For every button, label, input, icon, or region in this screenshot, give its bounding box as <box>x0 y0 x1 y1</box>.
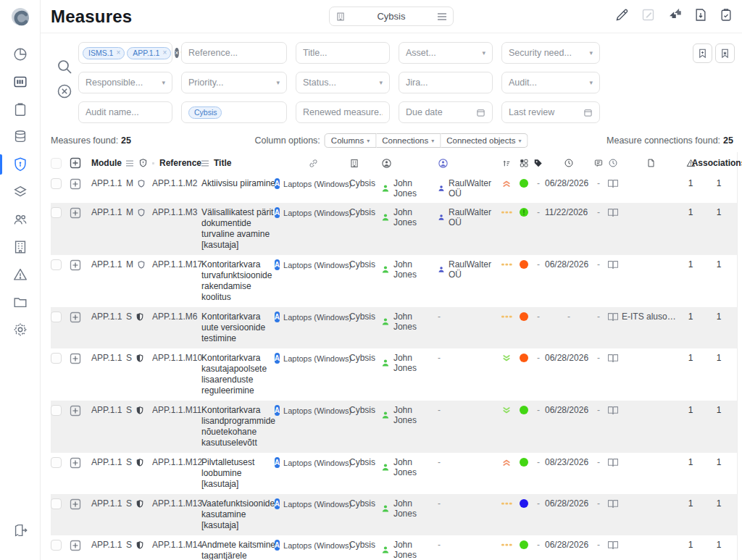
asset-cell[interactable]: ALaptops (Windows) <box>277 457 349 468</box>
clear-filters-icon[interactable] <box>56 83 73 100</box>
review-book-icon[interactable] <box>604 259 622 269</box>
status-indicator[interactable] <box>516 353 532 363</box>
renewed-measure-input[interactable] <box>303 107 383 117</box>
reference-input[interactable] <box>188 48 280 58</box>
reference-filter[interactable] <box>181 42 287 64</box>
header-title[interactable]: Title <box>201 158 277 168</box>
organization-selector[interactable]: Cybsis <box>329 7 454 26</box>
title-cell[interactable]: Andmete kaitsmine tagantjärele muutmise … <box>201 540 277 560</box>
renewed-measure-filter[interactable] <box>296 101 390 123</box>
header-associations[interactable]: Associations <box>701 158 736 168</box>
row-checkbox[interactable] <box>51 178 70 189</box>
expand-row-button[interactable] <box>70 207 91 219</box>
export-document-icon[interactable] <box>693 7 708 22</box>
title-cell[interactable]: Kontoritarkvara uute versioonide testimi… <box>201 312 277 344</box>
row-checkbox[interactable] <box>51 207 70 218</box>
priority-filter[interactable]: Priority...▾ <box>181 72 287 93</box>
title-filter[interactable] <box>296 42 390 64</box>
title-cell[interactable]: Kontoritarkvara lisandprogrammide nõuete… <box>201 405 277 448</box>
expand-row-button[interactable] <box>70 312 91 323</box>
audit-name-filter[interactable] <box>78 101 172 123</box>
header-level[interactable] <box>126 158 152 168</box>
security-need-filter[interactable]: Security need...▾ <box>501 42 600 64</box>
review-book-icon[interactable] <box>604 312 622 322</box>
select-all-checkbox[interactable] <box>51 158 70 169</box>
responsible-filter[interactable]: Responsible...▾ <box>78 72 172 93</box>
review-book-icon[interactable] <box>604 498 622 509</box>
asset-cell[interactable]: ALaptops (Windows) <box>277 498 349 509</box>
title-cell[interactable]: Aktiivsisu piiramine <box>201 178 277 189</box>
sidebar-item-users[interactable] <box>0 206 41 233</box>
row-checkbox[interactable] <box>51 405 70 416</box>
title-cell[interactable]: Vaatefunktsioonide kasutamine [kasutaja] <box>201 498 277 531</box>
module-filter[interactable]: ISMS.1× APP.1.1× × ▾ <box>78 42 172 64</box>
due-date-filter[interactable]: Due date <box>399 101 493 123</box>
expand-row-button[interactable] <box>70 457 91 469</box>
expand-row-button[interactable] <box>70 498 91 510</box>
title-input[interactable] <box>303 48 383 58</box>
row-checkbox[interactable] <box>51 312 70 322</box>
audit-filter[interactable]: Audit...▾ <box>501 72 600 93</box>
last-review-filter[interactable]: Last review <box>501 101 600 123</box>
header-priority[interactable] <box>497 158 516 168</box>
sidebar-item-database[interactable] <box>0 123 41 151</box>
row-checkbox[interactable] <box>51 498 70 509</box>
review-book-icon[interactable] <box>604 405 622 415</box>
audit-chip-filter[interactable]: Cybsis <box>181 101 287 123</box>
sidebar-item-dashboard[interactable] <box>0 41 41 68</box>
status-indicator[interactable] <box>516 312 532 322</box>
review-book-icon[interactable] <box>604 207 622 217</box>
asset-cell[interactable]: ALaptops (Windows) <box>277 540 349 551</box>
jira-filter[interactable] <box>399 72 493 93</box>
saved-filters-bookmark-button[interactable] <box>715 43 735 63</box>
connections-button[interactable]: Connections▾ <box>376 133 441 148</box>
review-book-icon[interactable] <box>604 178 622 188</box>
chip-remove-icon[interactable]: × <box>116 49 120 57</box>
header-accountable[interactable] <box>438 158 497 169</box>
header-tags[interactable] <box>532 158 545 168</box>
asset-cell[interactable]: ALaptops (Windows) <box>277 405 349 416</box>
header-reference[interactable]: Reference <box>152 158 201 168</box>
status-indicator[interactable] <box>516 259 532 269</box>
header-due-date[interactable] <box>545 158 593 168</box>
title-cell[interactable]: Kontoritarkvara turvafunktsioonide raken… <box>201 259 277 303</box>
review-book-icon[interactable] <box>604 457 622 467</box>
expand-row-button[interactable] <box>70 405 91 417</box>
header-document[interactable] <box>622 158 680 168</box>
status-indicator[interactable] <box>516 540 532 550</box>
asset-cell[interactable]: ALaptops (Windows) <box>277 312 349 322</box>
header-module[interactable]: Module <box>91 158 126 168</box>
chip-remove-icon[interactable]: × <box>162 49 167 57</box>
row-checkbox[interactable] <box>51 353 70 364</box>
status-indicator[interactable] <box>516 178 532 188</box>
title-cell[interactable]: Pilvtalletusest loobumine [kasutaja] <box>201 457 277 490</box>
review-book-icon[interactable] <box>604 353 622 363</box>
connected-objects-button[interactable]: Connected objects▾ <box>441 133 528 148</box>
logout-button[interactable] <box>0 517 41 544</box>
expand-all-button[interactable] <box>70 157 91 169</box>
asset-filter[interactable]: Asset...▾ <box>399 42 493 64</box>
asset-cell[interactable]: ALaptops (Windows) <box>277 178 349 189</box>
status-indicator[interactable] <box>516 207 532 217</box>
audit-name-input[interactable] <box>86 107 165 117</box>
push-connections-icon[interactable] <box>667 7 683 22</box>
header-status[interactable] <box>516 158 532 168</box>
header-review-history[interactable] <box>604 158 622 168</box>
sidebar-item-layers[interactable] <box>0 178 41 206</box>
sidebar-item-clipboard[interactable] <box>0 96 41 123</box>
clear-module-filter-icon[interactable]: × <box>175 48 178 58</box>
status-indicator[interactable] <box>516 457 532 467</box>
search-icon[interactable] <box>56 58 73 75</box>
save-filter-bookmark-button[interactable] <box>693 43 712 63</box>
asset-cell[interactable]: ALaptops (Windows) <box>277 353 349 364</box>
expand-row-button[interactable] <box>70 540 91 551</box>
header-comments[interactable] <box>593 158 604 168</box>
asset-cell[interactable]: ALaptops (Windows) <box>277 207 349 218</box>
title-cell[interactable]: Välisallikatest pärit dokumentide turval… <box>201 207 277 251</box>
row-checkbox[interactable] <box>51 259 70 270</box>
edit-pencil-icon[interactable] <box>614 7 630 22</box>
title-cell[interactable]: Kontoritarkvara kasutajapoolsete lisaare… <box>201 353 277 396</box>
expand-row-button[interactable] <box>70 259 91 271</box>
sidebar-item-risks[interactable] <box>0 261 41 288</box>
jira-input[interactable] <box>406 78 485 88</box>
